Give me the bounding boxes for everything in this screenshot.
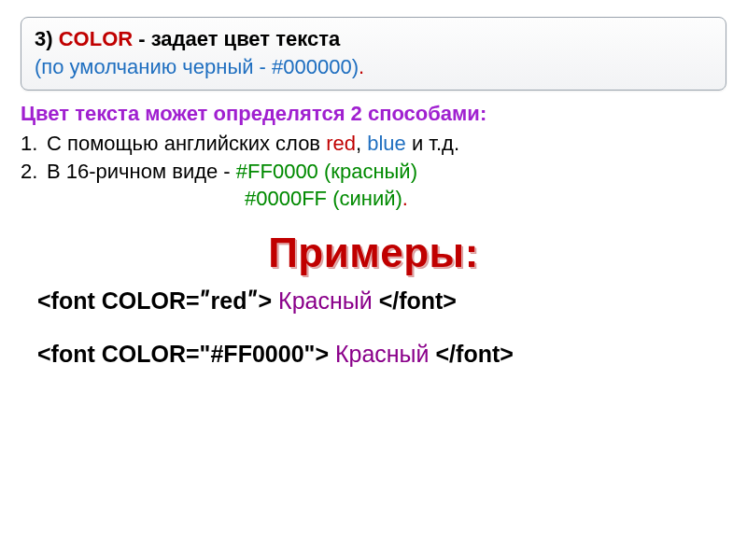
quote-open: " (200, 341, 211, 367)
item-text-pre: В 16-ричном виде - (47, 160, 236, 183)
definition-suffix: - задает цвет текста (133, 27, 340, 50)
sample-text: Красный (278, 287, 373, 314)
definition-box: 3) COLOR - задает цвет текста (по умолча… (21, 17, 726, 91)
tag-open-end: "> (304, 341, 335, 367)
word-red: red (326, 132, 356, 155)
attr-value: red (211, 287, 247, 314)
examples-heading: Примеры: (21, 230, 726, 276)
hex-blue: #0000FF (синий) (245, 187, 402, 210)
item-text-mid: , (356, 132, 367, 155)
quote-open: ʺ (200, 287, 211, 314)
list-item-continuation: #0000FF (синий). (21, 185, 726, 213)
ways-list: 1.С помощью английских слов red, blue и … (21, 130, 726, 213)
code-example: <font COLOR=ʺredʺ> Красный </font> (21, 287, 726, 315)
list-number: 2. (21, 158, 47, 186)
tag-open-end: > (259, 287, 279, 314)
code-example: <font COLOR="#FF0000"> Красный </font> (21, 341, 726, 368)
definition-number: 3) (35, 27, 53, 50)
attr-value: #FF0000 (210, 341, 303, 367)
hex-blue-dot: . (402, 187, 408, 210)
hex-red: #FF0000 (красный) (236, 160, 417, 183)
sample-text: Красный (335, 341, 430, 367)
word-blue: blue (367, 132, 406, 155)
list-item: 1.С помощью английских слов red, blue и … (21, 130, 726, 158)
definition-default: (по умолчанию черный - #000000) (35, 55, 359, 78)
list-item: 2.В 16-ричном виде - #FF0000 (красный) (21, 158, 726, 186)
tag-close: </font> (373, 287, 457, 314)
item-text-pre: С помощью английских слов (47, 132, 326, 155)
tag-open: <font COLOR= (37, 341, 200, 367)
quote-close: ʺ (247, 287, 259, 314)
definition-line-1: 3) COLOR - задает цвет текста (35, 25, 712, 53)
item-text-post: и т.д. (406, 132, 459, 155)
tag-close: </font> (430, 341, 514, 367)
intro-line: Цвет текста может определятся 2 способам… (21, 100, 726, 128)
color-keyword: COLOR (59, 27, 133, 50)
list-number: 1. (21, 130, 47, 158)
definition-line-2: (по умолчанию черный - #000000). (35, 53, 712, 81)
definition-dot: . (359, 55, 364, 78)
tag-open: <font COLOR= (37, 287, 200, 314)
